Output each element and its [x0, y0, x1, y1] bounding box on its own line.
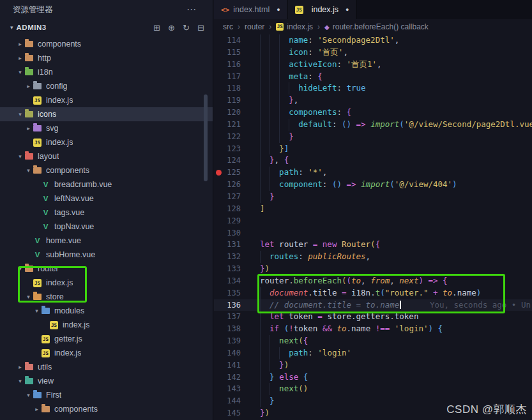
line-number[interactable]: 137: [224, 311, 241, 323]
breakpoint-gutter[interactable]: [214, 251, 224, 263]
tree-item-layout[interactable]: ▾layout: [0, 149, 213, 163]
line-number[interactable]: 127: [224, 191, 241, 203]
tree-item-icons[interactable]: ▾icons: [0, 107, 213, 121]
code-line-139[interactable]: 139 next({: [214, 335, 532, 347]
line-number[interactable]: 120: [224, 107, 241, 119]
code-line-121[interactable]: 121 default: () => import('@/view/Second…: [214, 119, 532, 131]
breakpoint-gutter[interactable]: [214, 287, 224, 299]
code-line-136[interactable]: 136 // document.title = to.name You, sec…: [214, 299, 532, 311]
line-number[interactable]: 140: [224, 347, 241, 359]
breakpoint-gutter[interactable]: [214, 34, 224, 47]
code-line-134[interactable]: 134router.beforeEach((to, from, next) =>…: [214, 275, 532, 287]
breakpoint-gutter[interactable]: [214, 82, 224, 94]
breakpoint-gutter[interactable]: [214, 359, 224, 371]
breakpoint-gutter[interactable]: [214, 191, 224, 203]
tree-item-tags-vue[interactable]: Vtags.vue: [0, 206, 213, 220]
tree-item-index-js[interactable]: JSindex.js: [0, 276, 213, 290]
line-number[interactable]: 118: [224, 82, 241, 94]
breakpoint-gutter[interactable]: [214, 143, 224, 155]
code-line-130[interactable]: 130: [214, 227, 532, 239]
breakpoint-gutter[interactable]: [214, 407, 224, 419]
breakpoint-gutter[interactable]: [214, 323, 224, 335]
tree-item-components[interactable]: ▾components: [0, 163, 213, 177]
line-number[interactable]: 132: [224, 251, 241, 263]
code-line-137[interactable]: 137 let token = store.getters.token: [214, 311, 532, 323]
breakpoint-gutter[interactable]: [214, 71, 224, 83]
code-line-114[interactable]: 114 name: 'Secondpage2Dtl',: [214, 34, 532, 47]
line-number[interactable]: 116: [224, 59, 241, 71]
tree-item-subhome-vue[interactable]: VsubHome.vue: [0, 248, 213, 262]
line-number[interactable]: 144: [224, 395, 241, 407]
line-number[interactable]: 115: [224, 47, 241, 59]
tree-item-svg[interactable]: ▸svg: [0, 121, 213, 135]
code-line-123[interactable]: 123 }]: [214, 143, 532, 155]
tree-item-index-js[interactable]: JSindex.js: [0, 318, 213, 332]
project-header[interactable]: ▾ ADMIN3 ⊞⊕↻⊟: [0, 19, 213, 36]
breakpoint-gutter[interactable]: [214, 107, 224, 119]
code-line-129[interactable]: 129: [214, 215, 532, 227]
tree-item-components[interactable]: ▸components: [0, 37, 213, 51]
code-line-124[interactable]: 124 }, {: [214, 154, 532, 167]
more-actions-icon[interactable]: ⋯: [186, 6, 196, 13]
line-number[interactable]: 117: [224, 71, 241, 83]
code-line-143[interactable]: 143 next(): [214, 383, 532, 395]
breakpoint-gutter[interactable]: [214, 227, 224, 239]
tree-item-config[interactable]: ▸config: [0, 79, 213, 93]
sidebar-scrollbar[interactable]: [204, 94, 208, 181]
tree-item-first[interactable]: ▾First: [0, 388, 213, 402]
collapse-all-icon[interactable]: ⊟: [195, 23, 206, 33]
breakpoint-gutter[interactable]: [214, 94, 224, 107]
code-line-141[interactable]: 141 }): [214, 359, 532, 371]
tree-item-store[interactable]: ▾store: [0, 290, 213, 304]
tab-index.js[interactable]: JSindex.js●: [288, 0, 357, 19]
breakpoint-gutter[interactable]: [214, 154, 224, 167]
code-line-118[interactable]: 118 hideLeft: true: [214, 82, 532, 94]
line-number[interactable]: 135: [224, 287, 241, 299]
breakpoint-gutter[interactable]: [214, 299, 224, 311]
line-number[interactable]: 139: [224, 335, 241, 347]
line-number[interactable]: 133: [224, 263, 241, 275]
tree-item-breadcrumb-vue[interactable]: Vbreadcrumb.vue: [0, 177, 213, 191]
line-number[interactable]: 125: [224, 167, 241, 179]
line-number[interactable]: 126: [224, 179, 241, 191]
tree-item-leftnav-vue[interactable]: VleftNav.vue: [0, 191, 213, 206]
line-number[interactable]: 122: [224, 131, 241, 143]
line-number[interactable]: 145: [224, 407, 241, 419]
code-area[interactable]: 114 name: 'Secondpage2Dtl',115 icon: '首页…: [214, 34, 532, 420]
breadcrumb-item[interactable]: JSindex.js: [276, 22, 313, 31]
tree-item-index-js[interactable]: JSindex.js: [0, 135, 213, 149]
breakpoint-gutter[interactable]: [214, 275, 224, 287]
code-line-125[interactable]: 125 path: '*',: [214, 167, 532, 179]
line-number[interactable]: 143: [224, 383, 241, 395]
breakpoint-gutter[interactable]: [214, 215, 224, 227]
breakpoint-icon[interactable]: [216, 170, 222, 176]
refresh-icon[interactable]: ↻: [181, 23, 192, 33]
line-number[interactable]: 141: [224, 359, 241, 371]
code-line-115[interactable]: 115 icon: '首页',: [214, 47, 532, 59]
tree-item-home-vue[interactable]: Vhome.vue: [0, 234, 213, 248]
line-number[interactable]: 134: [224, 275, 241, 287]
line-number[interactable]: 129: [224, 215, 241, 227]
code-line-138[interactable]: 138 if (!token && to.name !== 'login') {: [214, 323, 532, 335]
code-line-117[interactable]: 117 meta: {: [214, 71, 532, 83]
breakpoint-gutter[interactable]: [214, 179, 224, 191]
breakpoint-gutter[interactable]: [214, 203, 224, 215]
code-line-128[interactable]: 128]: [214, 203, 532, 215]
breakpoint-gutter[interactable]: [214, 311, 224, 323]
breakpoint-gutter[interactable]: [214, 119, 224, 131]
breakpoint-gutter[interactable]: [214, 383, 224, 395]
new-folder-icon[interactable]: ⊕: [166, 23, 177, 33]
line-number[interactable]: 124: [224, 154, 241, 167]
tree-item-modules[interactable]: ▾modules: [0, 304, 213, 318]
breakpoint-gutter[interactable]: [214, 131, 224, 143]
tree-item-router[interactable]: ▾router: [0, 262, 213, 276]
line-number[interactable]: 130: [224, 227, 241, 239]
line-number[interactable]: 121: [224, 119, 241, 131]
breadcrumb-item[interactable]: router: [245, 22, 264, 31]
breakpoint-gutter[interactable]: [214, 167, 224, 179]
breakpoint-gutter[interactable]: [214, 59, 224, 71]
tab-index.html[interactable]: <>index.html●: [214, 0, 288, 19]
tree-item-http[interactable]: ▸http: [0, 51, 213, 65]
code-line-142[interactable]: 142 } else {: [214, 371, 532, 384]
tree-item-topnav-vue[interactable]: VtopNav.vue: [0, 220, 213, 234]
